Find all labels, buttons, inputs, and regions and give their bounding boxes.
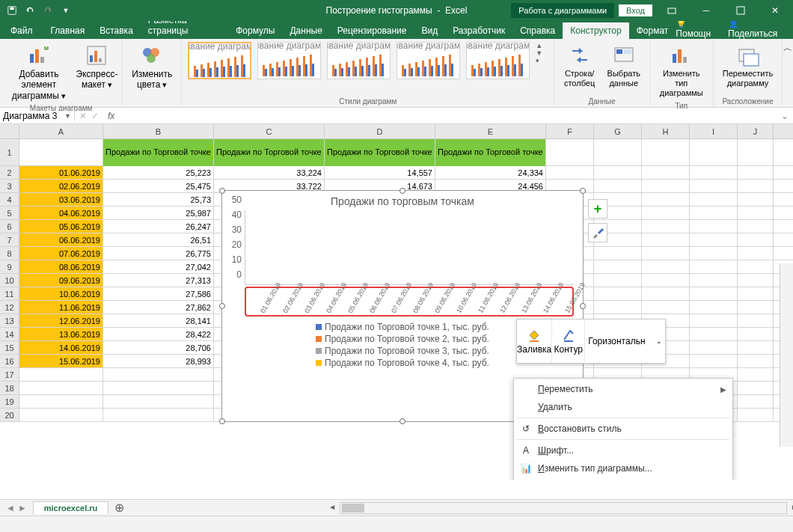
column-header[interactable]: I [690,124,738,138]
vertical-scrollbar[interactable] [780,263,793,447]
row-header[interactable]: 3 [0,180,19,192]
data-cell[interactable]: 26,51 [103,233,214,246]
name-box-input[interactable] [3,111,64,121]
context-menu-item[interactable]: ▦Выбрать данные... [514,477,732,480]
quick-layout-button[interactable]: Экспресс-макет ▾ [78,42,116,92]
row-header[interactable]: 8 [0,247,19,260]
chart-style-thumb[interactable]: название диаграммы [466,42,530,79]
move-chart-button[interactable]: Переместить диаграмму [720,42,776,90]
row-header[interactable]: 11 [0,287,19,300]
add-chart-element-button[interactable]: + Добавить элемент диаграммы ▾ [6,42,72,103]
chart-x-axis-highlighted[interactable]: 01.06.201902.06.201903.06.201904.06.2019… [245,287,574,317]
sheet-tab-active[interactable]: microexcel.ru [33,501,109,514]
axis-type-combo[interactable]: Горизонтальн⌄ [585,319,665,363]
select-all-corner[interactable] [0,124,19,138]
context-menu-item[interactable]: 📊Изменить тип диаграммы... [514,459,732,477]
header-cell[interactable]: Продажи по Торговой точке 3, тыс. руб. [325,139,435,166]
outline-button[interactable]: Контур [552,319,585,363]
data-cell[interactable]: 26,247 [103,220,214,233]
chart-handle[interactable] [580,188,586,194]
chart-handle[interactable] [580,303,586,309]
tab-файл[interactable]: Файл [0,22,43,39]
row-header[interactable]: 15 [0,341,19,354]
data-cell[interactable]: 27,042 [103,260,214,273]
date-cell[interactable]: 10.06.2019 [19,287,103,300]
help-icon[interactable]: 💡 Помощн [676,18,719,39]
data-cell[interactable]: 24,334 [435,166,546,179]
date-cell[interactable]: 15.06.2019 [19,355,103,367]
row-header[interactable]: 6 [0,220,19,233]
row-header[interactable]: 13 [0,314,19,327]
maximize-button[interactable] [726,0,756,21]
row-header[interactable]: 9 [0,260,19,273]
chart-handle[interactable] [219,188,225,194]
expand-formula-icon[interactable]: ⌄ [777,111,793,121]
share-button[interactable]: 👤 Поделиться [728,18,784,39]
add-sheet-button[interactable]: ⊕ [108,501,130,515]
date-cell[interactable]: 02.06.2019 [19,180,103,192]
tab-prev-icon[interactable]: ◄ [6,503,15,513]
row-header[interactable]: 18 [0,382,19,394]
data-cell[interactable]: 27,862 [103,301,214,314]
row-header[interactable]: 4 [0,193,19,206]
column-header[interactable]: A [19,124,103,138]
header-cell[interactable]: Продажи по Торговой точке 1, тыс. руб. [103,139,214,166]
data-cell[interactable]: 28,141 [103,314,214,327]
collapse-ribbon-icon[interactable]: ︿ [783,39,793,107]
select-data-button[interactable]: Выбрать данные [604,42,643,90]
tab-конструктор[interactable]: Конструктор [563,22,628,39]
column-header[interactable]: C [214,124,325,138]
column-header[interactable]: H [642,124,690,138]
data-cell[interactable]: 27,313 [103,274,214,287]
row-header[interactable]: 12 [0,301,19,314]
row-header[interactable]: 5 [0,207,19,219]
row-header[interactable]: 7 [0,233,19,246]
date-cell[interactable]: 03.06.2019 [19,193,103,206]
row-header[interactable]: 17 [0,368,19,381]
ribbon-options-icon[interactable] [657,0,687,21]
column-header[interactable]: B [103,124,214,138]
header-cell[interactable]: Продажи по Торговой точке 4, тыс. руб. [435,139,546,166]
row-header[interactable]: 16 [0,355,19,367]
header-cell[interactable]: Продажи по Торговой точке 2, тыс. руб. [214,139,325,166]
chart-style-thumb[interactable]: название диаграммы [396,42,460,79]
change-colors-button[interactable]: Изменить цвета ▾ [129,42,175,92]
date-cell[interactable]: 04.06.2019 [19,207,103,219]
chart-y-axis[interactable]: 01020304050 [227,210,242,285]
style-gallery-more[interactable]: ▲▼▾ [536,42,548,64]
data-cell[interactable]: 27,586 [103,287,214,300]
fx-icon[interactable]: fx [103,111,119,121]
enter-formula-icon[interactable]: ✓ [91,111,99,121]
chart-plot-area[interactable]: 01020304050 [245,210,574,285]
chart-style-thumb[interactable]: название диаграммы [188,42,251,79]
context-menu-item[interactable]: Удалить [514,398,732,416]
data-cell[interactable]: 28,422 [103,328,214,340]
row-header[interactable]: 10 [0,274,19,287]
header-cell[interactable] [19,139,103,166]
data-cell[interactable]: 33,224 [214,166,325,179]
row-header[interactable]: 2 [0,166,19,179]
column-header[interactable]: J [738,124,774,138]
column-header[interactable]: G [594,124,642,138]
fill-button[interactable]: Заливка [517,319,552,363]
date-cell[interactable]: 13.06.2019 [19,328,103,340]
save-icon[interactable] [4,3,19,18]
data-cell[interactable]: 28,993 [103,355,214,367]
data-cell[interactable]: 28,706 [103,341,214,354]
data-cell[interactable]: 25,475 [103,180,214,192]
redo-icon[interactable] [40,3,55,18]
date-cell[interactable]: 06.06.2019 [19,233,103,246]
date-cell[interactable]: 05.06.2019 [19,220,103,233]
chart-handle[interactable] [219,303,225,309]
data-cell[interactable]: 25,987 [103,207,214,219]
chart-brush-button[interactable] [588,223,607,242]
date-cell[interactable]: 08.06.2019 [19,260,103,273]
row-header[interactable]: 20 [0,409,19,421]
tab-вставка[interactable]: Вставка [92,22,141,39]
tab-next-icon[interactable]: ► [18,503,27,513]
data-cell[interactable]: 25,223 [103,166,214,179]
date-cell[interactable]: 14.06.2019 [19,341,103,354]
horizontal-scrollbar[interactable]: ◄► [340,502,787,514]
cancel-formula-icon[interactable]: ✕ [79,111,87,121]
tab-рецензирование[interactable]: Рецензирование [330,22,414,39]
